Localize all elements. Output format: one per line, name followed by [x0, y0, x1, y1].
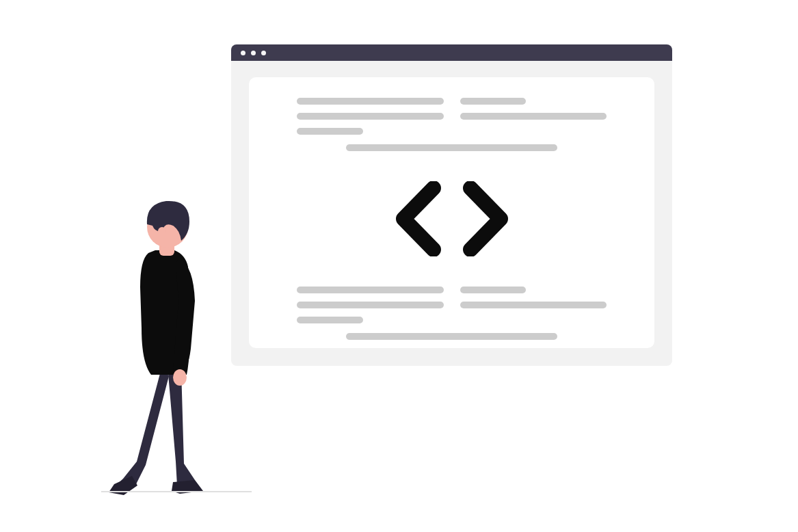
placeholder-line — [460, 302, 607, 308]
window-dot-icon — [261, 51, 266, 55]
ground-line — [101, 491, 252, 492]
browser-window — [231, 44, 672, 366]
placeholder-full-line — [297, 333, 607, 340]
code-brackets-icon — [394, 181, 510, 259]
svg-point-3 — [158, 227, 166, 235]
placeholder-full-line — [297, 144, 607, 151]
placeholder-text-block-top — [297, 98, 607, 135]
placeholder-text-block-bottom — [297, 287, 607, 323]
placeholder-line — [297, 128, 363, 135]
title-bar — [231, 44, 672, 61]
placeholder-line — [460, 98, 527, 105]
placeholder-line — [297, 317, 363, 323]
window-dot-icon — [241, 51, 245, 55]
placeholder-line — [460, 113, 607, 120]
placeholder-line — [297, 287, 444, 293]
placeholder-line — [297, 302, 444, 308]
person-illustration — [99, 191, 236, 499]
svg-point-0 — [173, 369, 187, 386]
placeholder-line — [460, 287, 527, 293]
placeholder-line — [297, 98, 444, 105]
content-panel — [249, 77, 654, 348]
placeholder-line — [297, 113, 444, 120]
window-dot-icon — [251, 51, 256, 55]
